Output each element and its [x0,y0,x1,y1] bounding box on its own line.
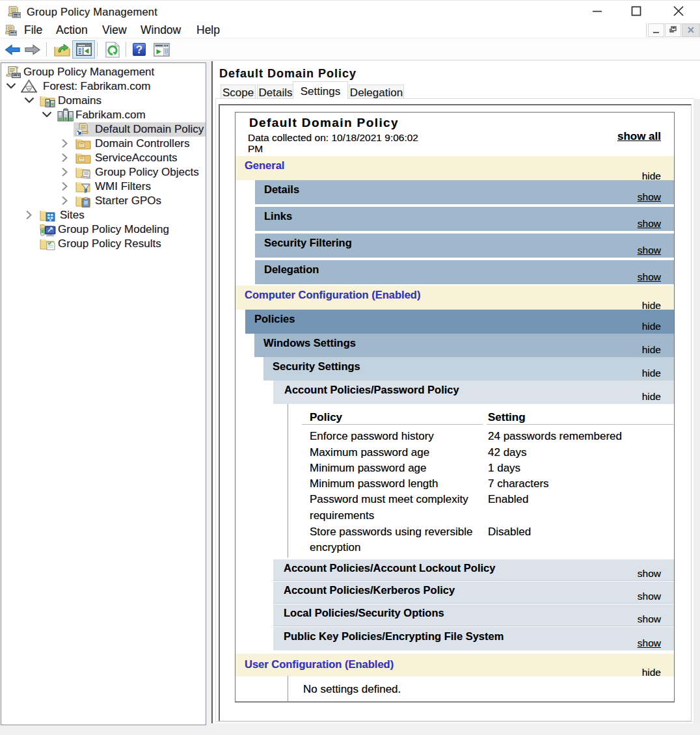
svg-text:?: ? [136,44,142,56]
